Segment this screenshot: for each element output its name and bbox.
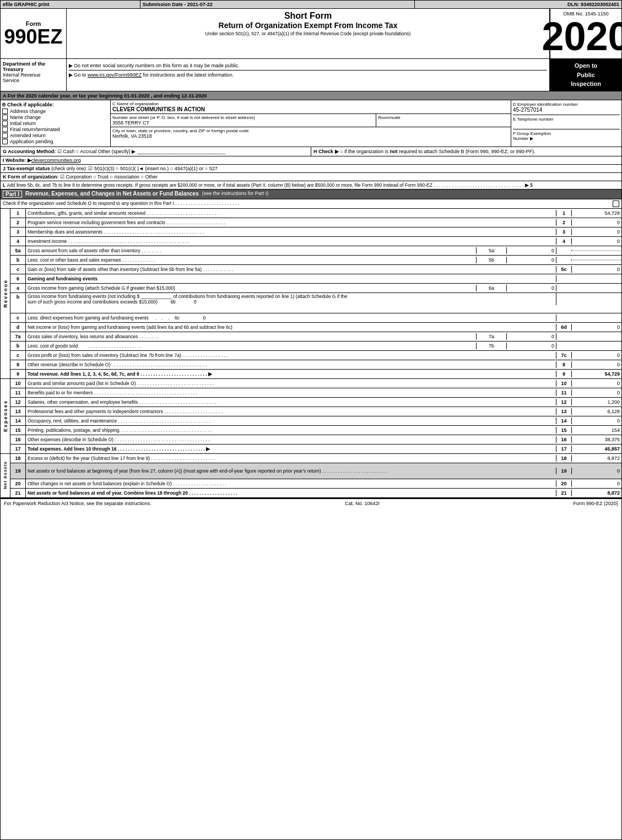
row2-linenum: 2 — [556, 219, 572, 226]
row5c-num: c — [10, 265, 26, 274]
row6a-num: a — [10, 284, 26, 292]
row5a-desc: Gross amount from sale of assets other t… — [26, 247, 477, 254]
row-6b: b Gross income from fundraising events (… — [10, 293, 621, 313]
row16-linenum: 16 — [556, 436, 572, 443]
c-name-row: C Name of organization CLEVER COMMUNITIE… — [111, 100, 511, 114]
f-section: F Group Exemption Number ▶ — [513, 131, 620, 141]
open-to-public-box: Open toPublicInspection — [550, 59, 621, 91]
row6c-num: c — [10, 313, 26, 322]
row11-desc: Benefits paid to or for members . . . . … — [26, 389, 556, 396]
k-other: ○ Other — [141, 174, 158, 180]
bcdef-section: B Check if applicable: Address change Na… — [1, 100, 621, 147]
row2-num: 2 — [10, 218, 26, 227]
row-10: 10 Grants and similar amounts paid (list… — [10, 379, 621, 388]
address-row: Number and street (or P. O. box, if mail… — [111, 114, 511, 127]
row15-desc: Printing, publications, postage, and shi… — [26, 427, 556, 433]
application-pending-label: Application pending — [10, 139, 53, 144]
h-text: ○ if the organization is not required to… — [340, 149, 536, 154]
form-title-block: Short Form Return of Organization Exempt… — [67, 9, 550, 58]
k-corporation: ☑ Corporation — [60, 174, 92, 180]
row19-desc: Net assets or fund balances at beginning… — [26, 468, 556, 474]
row18-value: 8,872 — [572, 455, 621, 462]
row-17: 17 Total expenses. Add lines 10 through … — [10, 445, 621, 453]
row7a-midval: 0 — [507, 333, 556, 340]
row7c-value: 0 — [572, 352, 621, 359]
row5b-value — [572, 259, 621, 261]
row20-num: 20 — [10, 479, 26, 488]
part1-title: Revenue, Expenses, and Changes in Net As… — [25, 191, 199, 198]
part1-header-row: Part I Revenue, Expenses, and Changes in… — [1, 189, 621, 199]
row9-value: 54,729 — [572, 371, 621, 377]
row1-desc: Contributions, gifts, grants, and simila… — [26, 210, 556, 216]
row16-num: 16 — [10, 435, 26, 444]
row-21: 21 Net assets or fund balances at end of… — [10, 489, 621, 497]
row11-value: 0 — [572, 389, 621, 396]
row19-value: 0 — [572, 468, 621, 474]
row10-num: 10 — [10, 379, 26, 388]
check-final-return: Final return/terminated — [2, 127, 109, 132]
row7b-midval: 0 — [507, 343, 556, 349]
row6d-value: 0 — [572, 324, 621, 330]
row4-desc: Investment income . . . . . . . . . . . … — [26, 238, 556, 245]
row-18: 18 Excess or (deficit) for the year (Sub… — [10, 454, 621, 463]
row15-linenum: 15 — [556, 427, 572, 433]
row7a-num: 7a — [10, 332, 26, 341]
l-row: L Add lines 5b, 6c, and 7b to line 9 to … — [1, 181, 621, 189]
dept-sub2: Service — [3, 78, 64, 83]
row6b-desc: Gross income from fundraising events (no… — [26, 293, 556, 305]
row20-desc: Other changes in net assets or fund bala… — [26, 480, 556, 487]
row5a-num: 5a — [10, 246, 26, 255]
row20-linenum: 20 — [556, 480, 572, 487]
row-5c: c Gain or (loss) from sale of assets oth… — [10, 265, 621, 274]
row13-linenum: 13 — [556, 408, 572, 415]
j-options: ☑ 501(c)(3) ○ 501(c)( )◄ (insert no.) ○ … — [88, 166, 217, 171]
h-label: H Check ▶ — [313, 149, 339, 154]
revenue-label-col: Revenue — [1, 209, 10, 378]
amended-return-label: Amended return — [10, 133, 46, 138]
row-6c: c Less: direct expenses from gaming and … — [10, 313, 621, 323]
row7b-num: b — [10, 342, 26, 350]
return-title: Return of Organization Exempt From Incom… — [69, 21, 547, 30]
row12-num: 12 — [10, 398, 26, 407]
row8-desc: Other revenue (describe in Schedule O) .… — [26, 361, 556, 368]
row-7c: c Gross profit or (loss) from sales of i… — [10, 351, 621, 360]
b-label: B Check if applicable: — [2, 102, 109, 107]
dept-info: Department of the Treasury Internal Reve… — [1, 59, 67, 91]
submission-date: Submission Date - 2021-07-22 — [140, 1, 415, 8]
g-accrual-check: ○ Accrual — [76, 149, 96, 154]
org-room — [378, 120, 509, 126]
row5c-desc: Gain or (loss) from sale of assets other… — [26, 266, 556, 273]
row17-linenum: 17 — [556, 446, 572, 452]
row7b-desc: Less: cost of goods sold . . . . . . . .… — [26, 343, 477, 349]
row6a-midval: 0 — [507, 285, 556, 291]
row5b-num: b — [10, 256, 26, 264]
revenue-section-label: Revenue — [3, 279, 8, 308]
row6c-desc: Less: direct expenses from gaming and fu… — [26, 315, 556, 321]
i-label: I Website: ▶ — [3, 158, 31, 163]
row12-desc: Salaries, other compensation, and employ… — [26, 399, 556, 405]
row1-value: 54,729 — [572, 210, 621, 216]
footer-bar: For Paperwork Reduction Act Notice, see … — [1, 498, 621, 508]
address-change-label: Address change — [10, 109, 46, 114]
row-3: 3 Membership dues and assessments . . . … — [10, 227, 621, 237]
instructions-block: ▶ Do not enter social security numbers o… — [67, 59, 550, 91]
row10-desc: Grants and similar amounts paid (list in… — [26, 380, 556, 387]
row17-value: 45,857 — [572, 446, 621, 452]
org-name: CLEVER COMMUNITIES IN ACTION — [112, 106, 509, 112]
check-application-pending: Application pending — [2, 139, 109, 144]
row7a-desc: Gross sales of inventory, less returns a… — [26, 333, 477, 340]
row-11: 11 Benefits paid to or for members . . .… — [10, 388, 621, 398]
row5a-linenum — [556, 250, 572, 251]
city-row: City or town, state or province, country… — [111, 127, 511, 140]
street-col: Number and street (or P. O. box, if mail… — [111, 114, 376, 127]
row5b-midval: 0 — [507, 257, 556, 263]
tax-form-page: efile GRAPHIC print Submission Date - 20… — [0, 0, 622, 840]
checkbox-name-change — [2, 115, 8, 120]
part1-subtitle: (see the instructions for Part I) — [202, 191, 269, 198]
row11-linenum: 11 — [556, 389, 572, 396]
row19-num: 19 — [10, 463, 26, 479]
checkbox-amended-return — [2, 133, 8, 138]
city-label: City or town, state or province, country… — [112, 128, 509, 133]
row6d-num: d — [10, 323, 26, 332]
year-omb-block: OMB No. 1545-1150 2020 — [550, 9, 621, 58]
